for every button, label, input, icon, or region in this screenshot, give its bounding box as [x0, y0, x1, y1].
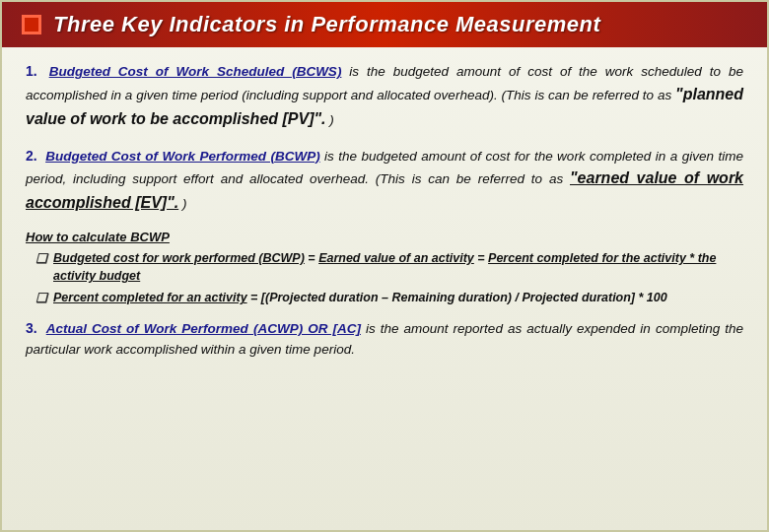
item-1-body-after: ) [329, 112, 334, 127]
bullet-list: Budgeted cost for work performed (BCWP) … [26, 249, 743, 308]
item-3-number: 3. [26, 320, 37, 336]
bullet-2-text: Percent completed for an activity = [(Pr… [53, 289, 667, 306]
how-to-section: How to calculate BCWP Budgeted cost for … [26, 230, 743, 308]
item-2-title: Budgeted Cost of Work Performed (BCWP) [45, 149, 320, 164]
slide: Three Key Indicators in Performance Meas… [0, 0, 769, 532]
item-1: 1. Budgeted Cost of Work Scheduled (BCWS… [26, 61, 743, 132]
bullet-1: Budgeted cost for work performed (BCWP) … [35, 249, 743, 285]
item-3-title: Actual Cost of Work Performed (ACWP) OR … [46, 321, 361, 336]
slide-content: 1. Budgeted Cost of Work Scheduled (BCWS… [2, 47, 767, 384]
item-1-text: 1. Budgeted Cost of Work Scheduled (BCWS… [26, 61, 743, 132]
item-2-number: 2. [26, 148, 37, 164]
bullet-2: Percent completed for an activity = [(Pr… [35, 289, 743, 308]
header-square-icon [22, 15, 41, 34]
bullet-1-text: Budgeted cost for work performed (BCWP) … [53, 249, 743, 285]
how-to-title: How to calculate BCWP [26, 230, 743, 244]
item-3-text: 3. Actual Cost of Work Performed (ACWP) … [26, 318, 743, 361]
item-1-title: Budgeted Cost of Work Scheduled (BCWS) [49, 64, 342, 79]
item-2-body-after: ) [182, 196, 187, 211]
slide-title: Three Key Indicators in Performance Meas… [53, 12, 600, 37]
item-2-text: 2. Budgeted Cost of Work Performed (BCWP… [26, 146, 743, 217]
item-2: 2. Budgeted Cost of Work Performed (BCWP… [26, 146, 743, 217]
item-3: 3. Actual Cost of Work Performed (ACWP) … [26, 318, 743, 361]
slide-header: Three Key Indicators in Performance Meas… [2, 2, 767, 47]
item-1-number: 1. [26, 63, 37, 79]
